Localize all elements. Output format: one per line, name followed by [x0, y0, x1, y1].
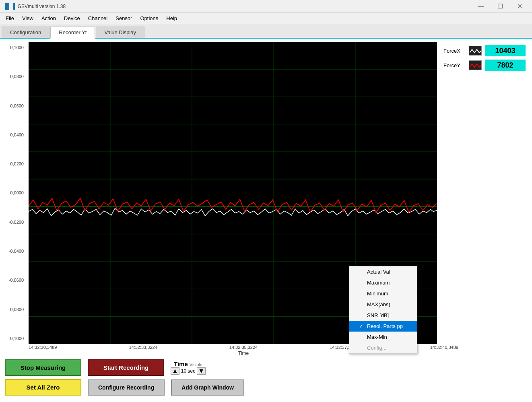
add-graph-window-button[interactable]: Add Graph Window	[171, 379, 244, 396]
legend-icon-forcey	[469, 60, 482, 70]
x-label-4: 14:32:40,3489	[430, 345, 458, 350]
y-label-5: 0,0000	[3, 190, 25, 195]
controls-row-2: Set All Zero Configure Recording Add Gra…	[5, 379, 527, 396]
dropdown-item-actual-val[interactable]: Actual Val	[349, 266, 417, 277]
legend-label-forcey: ForceY	[443, 62, 466, 68]
tab-bar: Configuration Recorder Yt Value Display	[0, 24, 532, 39]
legend-value-forcey: 7802	[485, 60, 526, 71]
app-title: GSVmulti version 1.38	[18, 4, 66, 9]
x-label-2: 14:32:35,3224	[229, 345, 258, 350]
y-label-1: 0,0800	[3, 74, 25, 79]
bottom-controls: Stop Measuring Start Recording Time Visi…	[3, 356, 529, 399]
time-control-sub: Visible	[190, 362, 202, 367]
main-content: 0,1000 0,0800 0,0600 0,0400 0,0200 0,000…	[0, 39, 532, 402]
dropdown-item-max-min[interactable]: Max-Min	[349, 332, 417, 342]
tab-configuration[interactable]: Configuration	[2, 27, 49, 38]
y-label-10: -0,1000	[3, 336, 25, 341]
dropdown-menu: Actual Val Maximum Minimum MAX(abs) SNR …	[349, 266, 417, 354]
x-label-0: 14:32:30,3489	[29, 345, 57, 350]
tab-value-display[interactable]: Value Display	[96, 27, 144, 38]
y-label-7: -0,0400	[3, 249, 25, 254]
legend-item-forcey: ForceY 7802	[443, 60, 526, 71]
checkmark-resol-parts: ✓	[359, 323, 365, 329]
time-control-label: Time	[174, 361, 188, 367]
menu-sensor[interactable]: Sensor	[111, 14, 136, 23]
start-recording-button[interactable]: Start Recording	[88, 359, 164, 376]
legend-panel: ForceX 10403 ForceY 7802	[440, 42, 529, 344]
dropdown-item-config: Config...	[349, 342, 417, 353]
menu-help[interactable]: Help	[162, 14, 181, 23]
legend-label-forcex: ForceX	[443, 48, 466, 54]
dropdown-item-max-abs[interactable]: MAX(abs)	[349, 299, 417, 310]
chart-area: 0,1000 0,0800 0,0600 0,0400 0,0200 0,000…	[3, 42, 529, 344]
title-bar-left: ▐▌▐ GSVmulti version 1.38	[3, 3, 66, 10]
dropdown-item-minimum[interactable]: Minimum	[349, 288, 417, 299]
y-label-8: -0,0600	[3, 278, 25, 282]
y-label-4: 0,0200	[3, 161, 25, 166]
dropdown-item-snr[interactable]: SNR [dB]	[349, 310, 417, 321]
close-button[interactable]: ✕	[510, 0, 529, 13]
legend-value-forcex: 10403	[485, 45, 526, 56]
menu-view[interactable]: View	[18, 14, 37, 23]
configure-recording-button[interactable]: Configure Recording	[88, 379, 165, 396]
title-bar: ▐▌▐ GSVmulti version 1.38 — ☐ ✕	[0, 0, 532, 13]
menu-file[interactable]: File	[2, 14, 18, 23]
time-increase-button[interactable]: ▼	[197, 367, 206, 375]
controls-row-1: Stop Measuring Start Recording Time Visi…	[5, 359, 527, 376]
y-label-6: -0,0200	[3, 220, 25, 225]
title-bar-controls: — ☐ ✕	[472, 0, 529, 13]
y-axis: 0,1000 0,0800 0,0600 0,0400 0,0200 0,000…	[3, 42, 25, 344]
legend-item-forcex: ForceX 10403	[443, 45, 526, 56]
time-decrease-button[interactable]: ▲	[171, 367, 179, 375]
dropdown-item-maximum[interactable]: Maximum	[349, 277, 417, 288]
set-all-zero-button[interactable]: Set All Zero	[5, 379, 81, 396]
menu-channel[interactable]: Channel	[84, 14, 111, 23]
app-logo: ▐▌▐	[3, 3, 15, 10]
y-label-9: -0,0800	[3, 307, 25, 312]
y-label-0: 0,1000	[3, 45, 25, 50]
stop-measuring-button[interactable]: Stop Measuring	[5, 359, 81, 376]
minimize-button[interactable]: —	[472, 0, 490, 13]
maximize-button[interactable]: ☐	[491, 0, 509, 13]
tab-recorder-yt[interactable]: Recorder Yt	[50, 27, 95, 39]
dropdown-item-resol-parts[interactable]: ✓ Resol. Parts pp	[349, 321, 417, 332]
time-control-value-row: ▲ 10 sec ▼	[171, 367, 206, 375]
time-value: 10 sec	[181, 368, 195, 374]
y-label-3: 0,0400	[3, 132, 25, 137]
menu-device[interactable]: Device	[60, 14, 84, 23]
legend-icon-forcex	[469, 46, 482, 56]
x-label-1: 14:32:33,3224	[129, 345, 157, 350]
y-label-2: 0,0600	[3, 103, 25, 108]
menu-bar: File View Action Device Channel Sensor O…	[0, 13, 532, 24]
menu-options[interactable]: Options	[136, 14, 162, 23]
time-control: Time Visible ▲ 10 sec ▼	[171, 361, 206, 375]
menu-action[interactable]: Action	[37, 14, 60, 23]
